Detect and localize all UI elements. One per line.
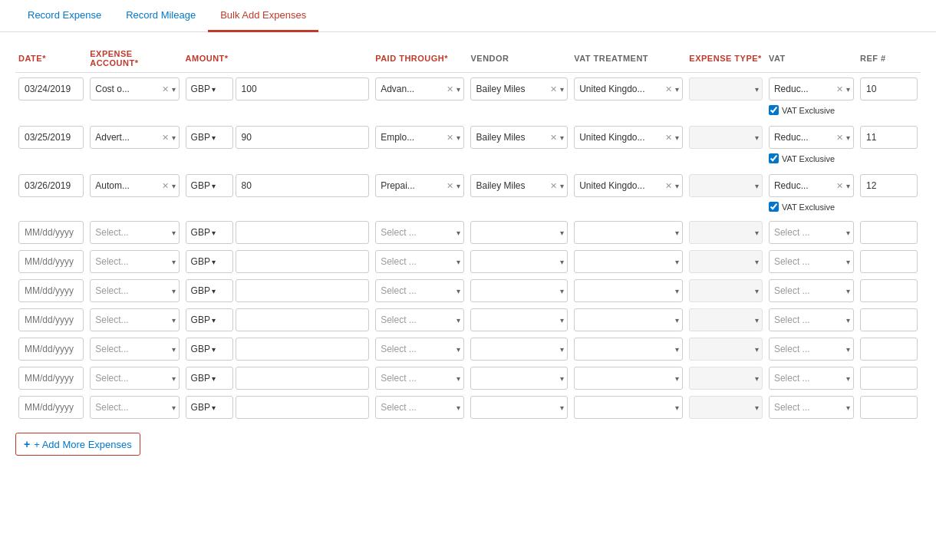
date-input-3[interactable] bbox=[18, 174, 84, 197]
vat-select-e3[interactable]: Select ...▾ bbox=[769, 279, 854, 302]
amount-input-2[interactable] bbox=[236, 126, 370, 149]
currency-select-e2[interactable]: GBP▾ bbox=[186, 250, 233, 273]
expense-type-select-2[interactable]: ▾ bbox=[689, 126, 763, 149]
ref-input-e3[interactable] bbox=[860, 279, 918, 302]
expense-type-e7[interactable]: ▾ bbox=[689, 396, 763, 419]
currency-select-e4[interactable]: GBP▾ bbox=[186, 308, 233, 331]
amount-input-e3[interactable] bbox=[236, 279, 370, 302]
vat-treatment-select-e3[interactable]: ▾ bbox=[574, 279, 683, 302]
expense-type-e1[interactable]: ▾ bbox=[689, 221, 763, 244]
tab-record-expense[interactable]: Record Expense bbox=[15, 0, 114, 32]
vat-select-e2[interactable]: Select ...▾ bbox=[769, 250, 854, 273]
vat-exclusive-checkbox-2[interactable] bbox=[769, 153, 779, 163]
paid-through-select-2[interactable]: Emplo... ✕ ▾ bbox=[375, 126, 464, 149]
currency-select-e7[interactable]: GBP▾ bbox=[186, 396, 233, 419]
amount-input-1[interactable] bbox=[236, 77, 370, 100]
vat-treatment-select-e6[interactable]: ▾ bbox=[574, 367, 683, 390]
vat-treatment-select-2[interactable]: United Kingdo... ✕ ▾ bbox=[574, 126, 683, 149]
expense-type-select-1[interactable]: ▾ bbox=[689, 77, 763, 100]
expense-account-select-empty-3[interactable]: Select...▾ bbox=[90, 279, 179, 302]
amount-input-e4[interactable] bbox=[236, 308, 370, 331]
paid-through-select-e4[interactable]: Select ...▾ bbox=[375, 308, 464, 331]
clear-vendor-2[interactable]: ✕ bbox=[550, 133, 557, 143]
vat-treatment-select-e2[interactable]: ▾ bbox=[574, 250, 683, 273]
clear-vat-treatment-3[interactable]: ✕ bbox=[665, 181, 672, 191]
expense-type-e5[interactable]: ▾ bbox=[689, 338, 763, 361]
vat-select-e5[interactable]: Select ...▾ bbox=[769, 338, 854, 361]
vendor-select-e2[interactable]: ▾ bbox=[470, 250, 568, 273]
clear-paid-through-2[interactable]: ✕ bbox=[447, 133, 453, 143]
vendor-select-e5[interactable]: ▾ bbox=[470, 338, 568, 361]
expense-type-e4[interactable]: ▾ bbox=[689, 308, 763, 331]
paid-through-select-1[interactable]: Advan... ✕ ▾ bbox=[375, 77, 464, 100]
amount-input-e5[interactable] bbox=[236, 338, 370, 361]
clear-vat-1[interactable]: ✕ bbox=[836, 84, 843, 94]
clear-expense-account-1[interactable]: ✕ bbox=[162, 84, 169, 94]
vat-select-e4[interactable]: Select ...▾ bbox=[769, 308, 854, 331]
currency-select-2[interactable]: GBP ▾ bbox=[186, 126, 233, 149]
amount-input-e1[interactable] bbox=[236, 221, 370, 244]
date-input-empty-3[interactable] bbox=[18, 279, 84, 302]
clear-vat-2[interactable]: ✕ bbox=[836, 133, 843, 143]
clear-expense-account-2[interactable]: ✕ bbox=[162, 133, 169, 143]
vendor-select-e1[interactable]: ▾ bbox=[470, 221, 568, 244]
ref-input-3[interactable] bbox=[860, 174, 918, 197]
amount-input-e2[interactable] bbox=[236, 250, 370, 273]
add-more-expenses-button[interactable]: + + Add More Expenses bbox=[15, 433, 140, 456]
vendor-select-e7[interactable]: ▾ bbox=[470, 396, 568, 419]
currency-select-3[interactable]: GBP ▾ bbox=[186, 174, 233, 197]
clear-vendor-3[interactable]: ✕ bbox=[550, 181, 557, 191]
clear-vat-treatment-1[interactable]: ✕ bbox=[665, 84, 672, 94]
paid-through-select-e1[interactable]: Select ...▾ bbox=[375, 221, 464, 244]
vendor-select-e6[interactable]: ▾ bbox=[470, 367, 568, 390]
expense-account-select-3[interactable]: Autom... ✕ ▾ bbox=[90, 174, 179, 197]
ref-input-e4[interactable] bbox=[860, 308, 918, 331]
ref-input-e7[interactable] bbox=[860, 396, 918, 419]
clear-paid-through-3[interactable]: ✕ bbox=[447, 181, 453, 191]
currency-select-e5[interactable]: GBP▾ bbox=[186, 338, 233, 361]
vendor-select-2[interactable]: Bailey Miles ✕ ▾ bbox=[470, 126, 568, 149]
currency-select-e1[interactable]: GBP▾ bbox=[186, 221, 233, 244]
ref-input-e6[interactable] bbox=[860, 367, 918, 390]
date-input-empty-2[interactable] bbox=[18, 250, 84, 273]
date-input-2[interactable] bbox=[18, 126, 84, 149]
paid-through-select-e5[interactable]: Select ...▾ bbox=[375, 338, 464, 361]
tab-bulk-add[interactable]: Bulk Add Expenses bbox=[208, 0, 318, 32]
vat-select-e6[interactable]: Select ...▾ bbox=[769, 367, 854, 390]
expense-account-select-empty-6[interactable]: Select...▾ bbox=[90, 367, 179, 390]
vat-select-2[interactable]: Reduc... ✕ ▾ bbox=[769, 126, 854, 149]
vendor-select-3[interactable]: Bailey Miles ✕ ▾ bbox=[470, 174, 568, 197]
expense-type-e2[interactable]: ▾ bbox=[689, 250, 763, 273]
date-input-empty-5[interactable] bbox=[18, 338, 84, 361]
date-input-empty-7[interactable] bbox=[18, 396, 84, 419]
vat-select-3[interactable]: Reduc... ✕ ▾ bbox=[769, 174, 854, 197]
expense-account-select-empty-1[interactable]: Select...▾ bbox=[90, 221, 179, 244]
amount-input-e6[interactable] bbox=[236, 367, 370, 390]
paid-through-select-e7[interactable]: Select ...▾ bbox=[375, 396, 464, 419]
ref-input-1[interactable] bbox=[860, 77, 918, 100]
clear-vat-3[interactable]: ✕ bbox=[836, 181, 843, 191]
vendor-select-1[interactable]: Bailey Miles ✕ ▾ bbox=[470, 77, 568, 100]
paid-through-select-e6[interactable]: Select ...▾ bbox=[375, 367, 464, 390]
vat-treatment-select-e4[interactable]: ▾ bbox=[574, 308, 683, 331]
vat-treatment-select-3[interactable]: United Kingdo... ✕ ▾ bbox=[574, 174, 683, 197]
expense-type-e6[interactable]: ▾ bbox=[689, 367, 763, 390]
vat-treatment-select-1[interactable]: United Kingdo... ✕ ▾ bbox=[574, 77, 683, 100]
date-input-1[interactable] bbox=[18, 77, 84, 100]
paid-through-select-e2[interactable]: Select ...▾ bbox=[375, 250, 464, 273]
expense-account-select-empty-7[interactable]: Select...▾ bbox=[90, 396, 179, 419]
clear-vendor-1[interactable]: ✕ bbox=[550, 84, 557, 94]
currency-select-1[interactable]: GBP ▾ bbox=[186, 77, 233, 100]
ref-input-e5[interactable] bbox=[860, 338, 918, 361]
paid-through-select-3[interactable]: Prepai... ✕ ▾ bbox=[375, 174, 464, 197]
vat-select-e1[interactable]: Select ...▾ bbox=[769, 221, 854, 244]
vat-treatment-select-e7[interactable]: ▾ bbox=[574, 396, 683, 419]
expense-account-select-empty-5[interactable]: Select...▾ bbox=[90, 338, 179, 361]
expense-account-select-empty-2[interactable]: Select...▾ bbox=[90, 250, 179, 273]
vat-select-e7[interactable]: Select ...▾ bbox=[769, 396, 854, 419]
vendor-select-e3[interactable]: ▾ bbox=[470, 279, 568, 302]
vat-treatment-select-e5[interactable]: ▾ bbox=[574, 338, 683, 361]
clear-paid-through-1[interactable]: ✕ bbox=[447, 84, 453, 94]
date-input-empty-6[interactable] bbox=[18, 367, 84, 390]
date-input-empty-4[interactable] bbox=[18, 308, 84, 331]
